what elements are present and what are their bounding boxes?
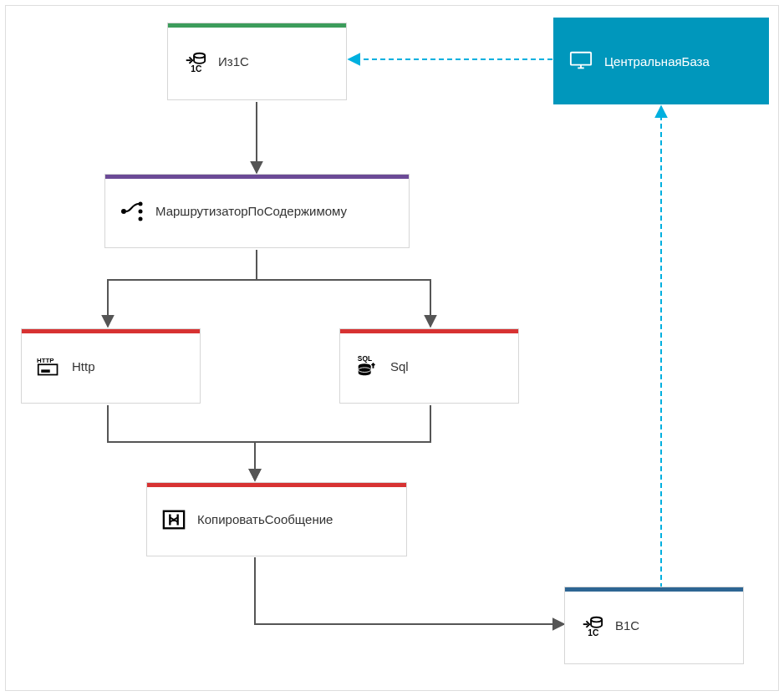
svg-text:SQL: SQL	[358, 354, 372, 363]
svg-point-0	[194, 53, 205, 58]
node-iz1c[interactable]: 1C Из1С	[167, 23, 347, 100]
diagram-canvas: 1C Из1С ЦентральнаяБаза Маршрут	[5, 5, 779, 691]
node-topbar	[340, 329, 518, 333]
edge-http-copy	[108, 405, 255, 480]
node-topbar	[168, 23, 346, 28]
http-icon: HTTP	[37, 354, 60, 378]
svg-rect-2	[571, 53, 591, 65]
svg-text:HTTP: HTTP	[37, 357, 54, 364]
node-sql[interactable]: SQL Sql	[339, 328, 519, 404]
monitor-icon	[569, 49, 593, 73]
node-http[interactable]: HTTP Http	[21, 328, 201, 404]
node-label: Http	[72, 359, 95, 373]
sql-icon: SQL	[355, 354, 379, 378]
node-router[interactable]: МаршрутизаторПоСодержимому	[104, 174, 410, 248]
svg-point-5	[139, 209, 143, 213]
node-copy[interactable]: КопироватьСообщение	[146, 482, 407, 556]
node-label: КопироватьСообщение	[197, 512, 333, 526]
node-label: Sql	[390, 359, 409, 373]
node-topbar	[147, 483, 406, 487]
svg-point-14	[591, 617, 602, 622]
onec-in-icon: 1C	[183, 50, 206, 74]
edge-router-http	[108, 250, 257, 327]
node-topbar	[22, 329, 200, 333]
onec-out-icon: 1C	[580, 614, 603, 638]
node-topbar	[105, 175, 409, 179]
node-label: МаршрутизаторПоСодержимому	[155, 204, 347, 218]
node-label: В1С	[615, 618, 639, 632]
node-topbar	[565, 587, 743, 592]
route-branch-icon	[120, 200, 144, 223]
node-label: ЦентральнаяБаза	[604, 54, 710, 69]
svg-point-4	[139, 201, 143, 206]
svg-text:1C: 1C	[588, 628, 599, 638]
svg-point-3	[121, 209, 126, 214]
svg-rect-9	[41, 369, 50, 373]
edge-sql-copy	[255, 405, 430, 480]
edge-copy-v1c	[255, 557, 564, 624]
copy-message-icon	[162, 508, 186, 531]
node-central[interactable]: ЦентральнаяБаза	[553, 18, 769, 104]
svg-text:1C: 1C	[191, 64, 202, 74]
node-label: Из1С	[218, 54, 249, 69]
svg-point-6	[139, 216, 143, 221]
node-v1c[interactable]: 1C В1С	[564, 587, 744, 664]
edge-router-sql	[257, 250, 430, 327]
